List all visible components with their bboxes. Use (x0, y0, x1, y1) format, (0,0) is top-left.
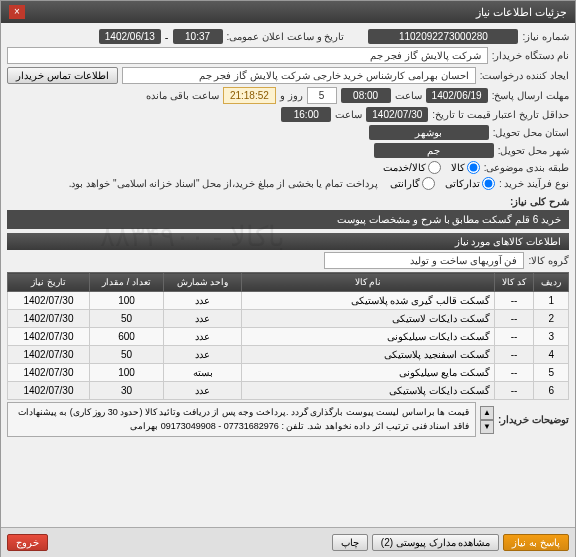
print-button[interactable]: چاپ (332, 534, 368, 551)
table-cell: عدد (164, 292, 242, 310)
valid-time: 16:00 (281, 107, 331, 122)
valid-label: حداقل تاریخ اعتبار قیمت تا تاریخ: (432, 109, 569, 120)
table-cell: گسکت دایکات سیلیکونی (242, 328, 494, 346)
deadline-date: 1402/06/19 (426, 88, 488, 103)
th-qty: تعداد / مقدار (89, 273, 163, 292)
time-label-1: ساعت (395, 90, 422, 101)
time-label-2: ساعت (335, 109, 362, 120)
req-no-label: شماره نیاز: (522, 31, 569, 42)
table-cell: 100 (89, 364, 163, 382)
city-value: جم (374, 143, 494, 158)
table-cell: 600 (89, 328, 163, 346)
desc-label: شرح کلی نیاز: (510, 196, 569, 207)
category-label: طبقه بندی موضوعی: (484, 162, 569, 173)
table-cell: 100 (89, 292, 163, 310)
countdown-timer: 21:18:52 (223, 87, 276, 104)
req-no-value: 1102092273000280 (368, 29, 518, 44)
table-cell: 1402/07/30 (8, 382, 90, 400)
table-cell: گسکت قالب گیری شده پلاستیکی (242, 292, 494, 310)
exit-button[interactable]: خروج (7, 534, 48, 551)
radio-tadarokati[interactable]: تدارکاتی (445, 177, 495, 190)
radio-goods[interactable]: کالا (451, 161, 480, 174)
table-cell: 6 (534, 382, 569, 400)
items-header: اطلاعات کالاهای مورد نیاز (7, 233, 569, 250)
category-radio-group: کالا کالا/خدمت (383, 161, 480, 174)
table-cell: -- (494, 310, 534, 328)
table-cell: 1 (534, 292, 569, 310)
table-row[interactable]: 4--گسکت اسفنجید پلاستیکیعدد501402/07/30 (8, 346, 569, 364)
table-cell: عدد (164, 382, 242, 400)
table-cell: 3 (534, 328, 569, 346)
table-cell: -- (494, 346, 534, 364)
creator-label: ایجاد کننده درخواست: (480, 70, 569, 81)
table-cell: بسته (164, 364, 242, 382)
notes-up-icon[interactable]: ▲ (480, 406, 494, 420)
province-label: استان محل تحویل: (493, 127, 569, 138)
deadline-time: 08:00 (341, 88, 391, 103)
creator-value: احسان بهرامی کارشناس خرید خارجی شرکت پال… (122, 67, 476, 84)
buyer-label: نام دستگاه خریدار: (492, 50, 569, 61)
table-cell: 1402/07/30 (8, 328, 90, 346)
pay-note: پرداخت تمام یا بخشی از مبلغ خرید،از محل … (69, 178, 378, 189)
items-table: ردیف کد کالا نام کالا واحد شمارش تعداد /… (7, 272, 569, 400)
reply-button[interactable]: پاسخ به نیاز (503, 534, 569, 551)
th-date: تاریخ نیاز (8, 273, 90, 292)
table-cell: -- (494, 328, 534, 346)
remain-label: ساعت باقی مانده (146, 90, 219, 101)
table-row[interactable]: 5--گسکت مایع سیلیکونیبسته1001402/07/30 (8, 364, 569, 382)
radio-service[interactable]: کالا/خدمت (383, 161, 441, 174)
table-cell: 50 (89, 310, 163, 328)
table-cell: 1402/07/30 (8, 364, 90, 382)
announce-time: 10:37 (173, 29, 223, 44)
table-cell: 1402/07/30 (8, 346, 90, 364)
table-cell: -- (494, 382, 534, 400)
close-icon[interactable]: × (9, 5, 25, 19)
table-row[interactable]: 6--گسکت دایکات پلاستیکیعدد301402/07/30 (8, 382, 569, 400)
table-cell: 5 (534, 364, 569, 382)
purchase-type-group: تدارکاتی گارانتی (390, 177, 495, 190)
table-cell: 30 (89, 382, 163, 400)
table-cell: -- (494, 292, 534, 310)
announce-date: 1402/06/13 (99, 29, 161, 44)
table-cell: عدد (164, 310, 242, 328)
table-row[interactable]: 3--گسکت دایکات سیلیکونیعدد6001402/07/30 (8, 328, 569, 346)
table-row[interactable]: 1--گسکت قالب گیری شده پلاستیکیعدد1001402… (8, 292, 569, 310)
notes-text: قیمت ها براساس لیست پیوست بارگذاری گردد … (7, 402, 476, 437)
table-cell: عدد (164, 328, 242, 346)
days-value: 5 (307, 87, 337, 104)
table-cell: 1402/07/30 (8, 310, 90, 328)
table-cell: 2 (534, 310, 569, 328)
contact-button[interactable]: اطلاعات تماس خریدار (7, 67, 118, 84)
notes-down-icon[interactable]: ▼ (480, 420, 494, 434)
table-cell: عدد (164, 346, 242, 364)
attachments-button[interactable]: مشاهده مدارک پیوستی (2) (372, 534, 500, 551)
table-cell: گسکت دایکات لاستیکی (242, 310, 494, 328)
table-cell: گسکت اسفنجید پلاستیکی (242, 346, 494, 364)
notes-label: توضیحات خریدار: (498, 414, 569, 425)
th-name: نام کالا (242, 273, 494, 292)
table-cell: گسکت مایع سیلیکونی (242, 364, 494, 382)
days-label: روز و (280, 90, 303, 101)
window-title: جزئیات اطلاعات نیاز (476, 6, 567, 19)
group-value: فن آوریهای ساخت و تولید (324, 252, 524, 269)
announce-label: تاریخ و ساعت اعلان عمومی: (227, 31, 345, 42)
valid-date: 1402/07/30 (366, 107, 428, 122)
deadline-label: مهلت ارسال پاسخ: (492, 90, 569, 101)
group-label: گروه کالا: (528, 255, 569, 266)
th-code: کد کالا (494, 273, 534, 292)
window-titlebar: جزئیات اطلاعات نیاز × (1, 1, 575, 23)
footer-bar: پاسخ به نیاز مشاهده مدارک پیوستی (2) چاپ… (1, 527, 575, 557)
table-row[interactable]: 2--گسکت دایکات لاستیکیعدد501402/07/30 (8, 310, 569, 328)
buyer-value: شرکت پالایش گاز فجر جم (7, 47, 488, 64)
desc-text: خرید 6 قلم گسکت مطابق با شرح و مشخصات پی… (7, 210, 569, 229)
table-cell: 1402/07/30 (8, 292, 90, 310)
radio-garantee[interactable]: گارانتی (390, 177, 435, 190)
th-unit: واحد شمارش (164, 273, 242, 292)
city-label: شهر محل تحویل: (498, 145, 569, 156)
th-row: ردیف (534, 273, 569, 292)
purchase-type-label: نوع فرآیند خرید : (499, 178, 569, 189)
table-cell: -- (494, 364, 534, 382)
table-cell: گسکت دایکات پلاستیکی (242, 382, 494, 400)
table-cell: 50 (89, 346, 163, 364)
table-cell: 4 (534, 346, 569, 364)
